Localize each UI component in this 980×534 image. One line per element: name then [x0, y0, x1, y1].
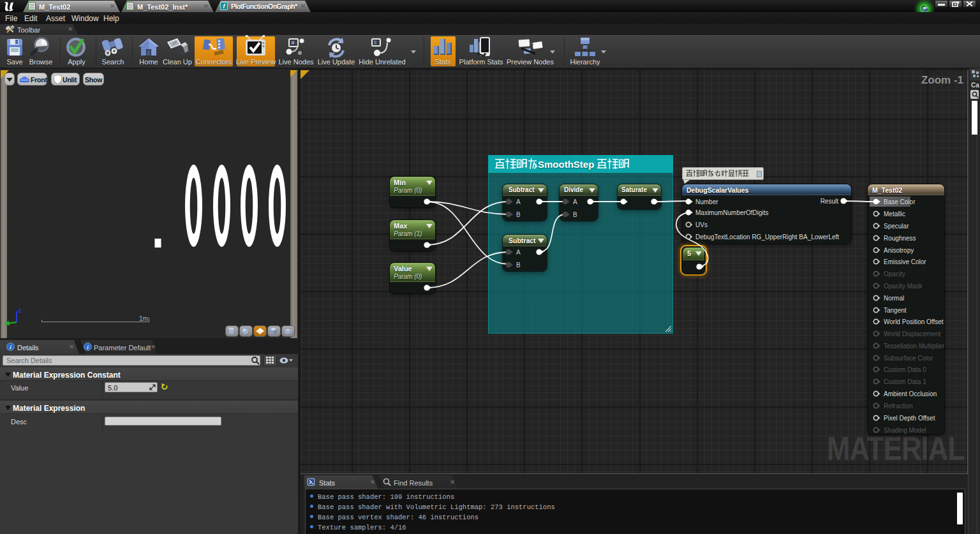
svg-text:Z: Z: [18, 308, 22, 314]
